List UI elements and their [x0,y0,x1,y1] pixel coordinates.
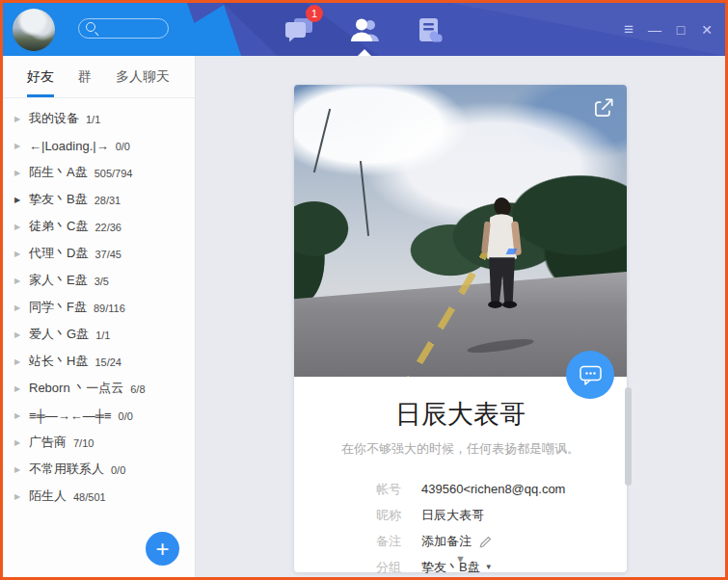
menu-icon[interactable]: ≡ [620,21,637,39]
profile-signature: 在你不够强大的时候，任何表扬都是嘲讽。 [294,440,627,458]
close-button[interactable]: ✕ [698,21,715,39]
group-count: 15/24 [94,356,121,368]
group-name: ≡╪—→←—╪≡ [29,409,112,423]
active-section-caret [357,49,372,57]
contacts-sidebar: 好友 群 多人聊天 ▶ 我的设备 1/1 [3,56,196,577]
contact-group-row[interactable]: ▶ 陌生人 48/501 [3,483,195,510]
group-name: 陌生人 [29,488,67,505]
expand-arrow-icon[interactable]: ▶ [14,223,29,231]
profile-field-row: 昵称 日辰大表哥 ▼ [376,502,627,528]
expand-arrow-icon[interactable]: ▶ [14,411,29,420]
profile-photo [294,85,627,377]
add-contact-button[interactable]: + [146,532,179,566]
tab-label: 多人聊天 [116,68,170,86]
field-value: 添加备注 [421,533,472,550]
profile-field-row: 帐号 439560<richen8@qq.com ▼ [376,476,627,502]
expand-arrow-icon[interactable]: ▶ [14,438,29,447]
expand-arrow-icon[interactable]: ▶ [14,142,29,150]
contact-group-row[interactable]: ▶ 不常用联系人 0/0 [3,456,195,483]
sidebar-tab[interactable]: 好友 [27,56,54,97]
group-count: 1/1 [86,114,100,125]
expand-arrow-icon[interactable]: ▶ [14,492,29,501]
expand-arrow-icon[interactable]: ▶ [14,277,29,285]
expand-arrow-icon[interactable]: ▶ [14,115,29,123]
expand-arrow-icon[interactable]: ▶ [14,357,29,366]
group-count: 0/0 [119,410,133,422]
expand-arrow-icon[interactable]: ▶ [14,196,29,204]
group-name: 广告商 [29,434,67,451]
nav-feeds[interactable] [412,13,448,46]
share-icon[interactable] [591,95,616,120]
edit-pencil-icon[interactable] [478,535,493,548]
tab-label: 好友 [27,68,54,86]
expand-arrow-icon[interactable]: ▶ [14,330,29,339]
group-name: 同学丶F盘 [29,299,87,316]
minimize-button[interactable]: — [646,21,663,39]
search-input[interactable] [78,18,169,39]
contact-group-row[interactable]: ▶ ≡╪—→←—╪≡ 0/0 [3,402,195,429]
contact-group-row[interactable]: ▶ ←|Loading.|→ 0/0 [3,132,195,159]
tab-label: 群 [78,68,92,86]
group-count: 28/31 [94,195,121,206]
contact-group-row[interactable]: ▶ 代理丶D盘 37/45 [3,240,195,267]
group-name: 爱人丶G盘 [29,326,89,343]
expand-arrow-icon[interactable]: ▶ [14,169,29,177]
contact-group-row[interactable]: ▶ 站长丶H盘 15/24 [3,348,195,375]
contact-group-row[interactable]: ▶ 陌生丶A盘 505/794 [3,159,195,186]
field-value: 日辰大表哥 [421,507,484,524]
contact-group-row[interactable]: ▶ 同学丶F盘 89/116 [3,294,195,321]
contacts-icon [348,16,381,43]
group-count: 0/0 [111,464,125,476]
sidebar-tab[interactable]: 多人聊天 [116,56,170,97]
title-bar: 1 ≡ — □ ✕ [3,3,725,56]
unread-badge: 1 [306,5,323,22]
group-count: 3/5 [94,276,109,287]
contact-group-list: ▶ 我的设备 1/1 ▶ ←|Loading.|→ 0/0 ▶ 陌生丶A盘 50… [3,98,195,510]
profile-field-row: 备注 添加备注 ▼ [376,528,627,554]
plus-icon: + [155,533,169,565]
contact-group-row[interactable]: ▶ 家人丶E盘 3/5 [3,267,195,294]
group-name: 徒弟丶C盘 [29,218,88,235]
group-name: 站长丶H盘 [29,353,88,370]
scrollbar-thumb[interactable] [625,387,632,486]
person-silhouette [471,194,532,348]
group-count: 48/501 [73,491,106,503]
maximize-button[interactable]: □ [672,21,689,39]
branch-decoration [312,109,330,172]
user-avatar[interactable] [13,9,55,51]
expand-arrow-icon[interactable]: ▶ [14,384,29,393]
qq-window: 1 ≡ — □ ✕ [0,0,728,580]
profile-card: 日辰大表哥 在你不够强大的时候，任何表扬都是嘲讽。 帐号 439560<rich… [294,85,627,572]
window-controls: ≡ — □ ✕ [620,3,715,56]
group-name: 家人丶E盘 [29,272,88,289]
start-chat-button[interactable] [566,351,614,399]
sidebar-tab[interactable]: 群 [78,56,92,97]
contact-group-row[interactable]: ▶ 我的设备 1/1 [3,105,195,132]
group-name: ←|Loading.|→ [29,139,109,153]
contact-group-row[interactable]: ▶ 挚友丶B盘 28/31 [3,186,195,213]
group-name: 陌生丶A盘 [29,164,88,181]
field-label: 帐号 [376,481,421,498]
expand-arrow-icon[interactable]: ▶ [14,303,29,312]
group-count: 7/10 [73,437,94,449]
expand-arrow-icon[interactable]: ▶ [14,250,29,258]
expand-arrow-icon[interactable]: ▶ [14,465,29,474]
group-name: 挚友丶B盘 [29,191,88,208]
nav-contacts[interactable] [346,13,383,46]
field-label: 昵称 [376,507,421,524]
group-name: 代理丶D盘 [29,245,88,262]
contact-group-row[interactable]: ▶ Reborn 丶一点云 6/8 [3,375,195,402]
profile-name: 日辰大表哥 [294,397,627,432]
group-count: 6/8 [130,383,145,395]
expand-more-button[interactable]: ▼ [294,553,627,565]
group-count: 37/45 [94,249,121,260]
nav-messages[interactable]: 1 [281,13,317,46]
contact-group-row[interactable]: ▶ 广告商 7/10 [3,429,195,456]
contact-group-row[interactable]: ▶ 徒弟丶C盘 22/36 [3,213,195,240]
window-body: 好友 群 多人聊天 ▶ 我的设备 1/1 [3,56,725,577]
group-count: 505/794 [94,168,133,179]
contact-group-row[interactable]: ▶ 爱人丶G盘 1/1 [3,321,195,348]
group-count: 89/116 [94,303,125,314]
group-count: 1/1 [95,330,110,341]
field-value: 439560<richen8@qq.com [421,482,565,496]
